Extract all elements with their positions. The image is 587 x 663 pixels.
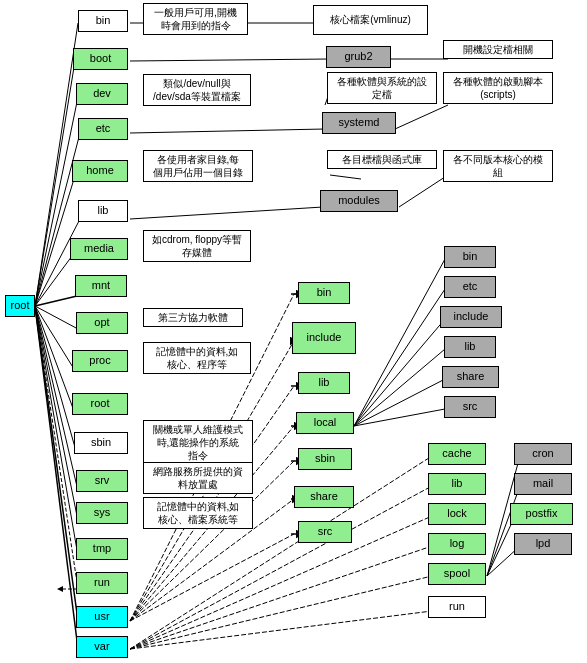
svg-line-39 bbox=[354, 349, 445, 426]
svg-line-8 bbox=[35, 306, 78, 329]
opt-node: opt bbox=[76, 312, 128, 334]
dev-node: dev bbox=[76, 83, 128, 105]
sbin-node: sbin bbox=[74, 432, 128, 454]
cron-node: cron bbox=[514, 443, 572, 465]
svg-line-10 bbox=[35, 306, 74, 411]
svg-line-37 bbox=[354, 289, 445, 426]
run-node: run bbox=[76, 572, 128, 594]
lpd-node: lpd bbox=[514, 533, 572, 555]
svg-line-35 bbox=[130, 534, 294, 621]
usr-share-node: share bbox=[294, 486, 354, 508]
local-src-node: src bbox=[444, 396, 496, 418]
var-log-node: log bbox=[428, 533, 486, 555]
var-node: var bbox=[76, 636, 128, 658]
svg-line-4 bbox=[35, 179, 74, 306]
svg-line-23 bbox=[130, 207, 323, 219]
svg-line-11 bbox=[35, 306, 76, 451]
svg-line-44 bbox=[130, 516, 432, 649]
svg-line-38 bbox=[354, 319, 445, 426]
systemd-right-desc-label: 各種軟體的啟動腳本(scripts) bbox=[443, 72, 553, 104]
proc-desc-label: 記憶體中的資料,如核心、程序等 bbox=[143, 342, 251, 374]
local-etc-node: etc bbox=[444, 276, 496, 298]
mail-node: mail bbox=[514, 473, 572, 495]
lib-node: lib bbox=[78, 200, 128, 222]
svg-line-5 bbox=[35, 219, 80, 306]
svg-line-9 bbox=[35, 306, 74, 369]
svg-line-36 bbox=[354, 259, 445, 426]
root-node: root bbox=[5, 295, 35, 317]
etc-node: etc bbox=[78, 118, 128, 140]
boot-node: boot bbox=[73, 48, 128, 70]
grub2-desc-label: 開機設定檔相關 bbox=[443, 40, 553, 59]
sbin-desc-label: 關機或單人維護模式時,還能操作的系統指令 bbox=[143, 420, 253, 465]
local-share-node: share bbox=[442, 366, 499, 388]
sys-node: sys bbox=[76, 502, 128, 524]
svg-line-3 bbox=[35, 133, 80, 306]
usr-include-node: include bbox=[292, 322, 356, 354]
svg-line-1 bbox=[35, 61, 75, 306]
local-bin-node: bin bbox=[444, 246, 496, 268]
usr-local-node: local bbox=[296, 412, 354, 434]
grub2-node: grub2 bbox=[326, 46, 391, 68]
bin-node: bin bbox=[78, 10, 128, 32]
srv-desc-label: 網路服務所提供的資料放置處 bbox=[143, 462, 253, 494]
media-desc-label: 如cdrom, floppy等暫存媒體 bbox=[143, 230, 251, 262]
modules-node: modules bbox=[320, 190, 398, 212]
home-node: home bbox=[72, 160, 128, 182]
var-cache-node: cache bbox=[428, 443, 486, 465]
bin-desc-label: 一般用戶可用,開機時會用到的指令 bbox=[143, 3, 248, 35]
svg-line-45 bbox=[130, 546, 432, 649]
local-include-node: include bbox=[440, 306, 502, 328]
lib-left-desc-label: 各目標檔與函式庫 bbox=[327, 150, 437, 169]
svg-line-46 bbox=[130, 576, 432, 649]
svg-line-22 bbox=[395, 105, 448, 129]
home-desc-label: 各使用者家目錄,每個用戶佔用一個目錄 bbox=[143, 150, 253, 182]
svg-line-6 bbox=[35, 256, 72, 306]
local-lib-node: lib bbox=[444, 336, 496, 358]
root-dir-node: root bbox=[72, 393, 128, 415]
var-spool-node: spool bbox=[428, 563, 486, 585]
systemd-node: systemd bbox=[322, 112, 396, 134]
lib-right-desc-label: 各不同版本核心的模組 bbox=[443, 150, 553, 182]
diagram-container: root bin boot dev etc home lib media mnt… bbox=[0, 0, 587, 663]
usr-bin-node: bin bbox=[298, 282, 350, 304]
sys-desc-label: 記憶體中的資料,如核心、檔案系統等 bbox=[143, 497, 253, 529]
svg-line-24 bbox=[330, 175, 361, 179]
svg-line-25 bbox=[399, 175, 448, 207]
dev-desc-label: 類似/dev/null與/dev/sda等裝置檔案 bbox=[143, 74, 251, 106]
svg-line-47 bbox=[130, 611, 432, 649]
systemd-left-desc-label: 各種軟體與系統的設定檔 bbox=[327, 72, 437, 104]
svg-line-7 bbox=[35, 296, 77, 306]
media-node: media bbox=[70, 238, 128, 260]
var-run-node: run bbox=[428, 596, 486, 618]
usr-lib-node: lib bbox=[298, 372, 350, 394]
vmlinuz-node: 核心檔案(vmlinuz) bbox=[313, 5, 428, 35]
tmp-node: tmp bbox=[76, 538, 128, 560]
srv-node: srv bbox=[76, 470, 128, 492]
svg-line-20 bbox=[130, 129, 325, 133]
proc-node: proc bbox=[72, 350, 128, 372]
usr-node: usr bbox=[76, 606, 128, 628]
svg-line-50 bbox=[487, 516, 515, 576]
usr-src-node: src bbox=[298, 521, 352, 543]
svg-line-49 bbox=[487, 486, 520, 576]
var-lib-node: lib bbox=[428, 473, 486, 495]
svg-line-15 bbox=[35, 306, 78, 589]
postfix-node: postfix bbox=[510, 503, 573, 525]
svg-line-14 bbox=[35, 306, 78, 556]
mnt-node: mnt bbox=[75, 275, 127, 297]
svg-line-2 bbox=[35, 97, 78, 306]
svg-line-40 bbox=[354, 379, 445, 426]
opt-desc-label: 第三方協力軟體 bbox=[143, 308, 243, 327]
svg-line-41 bbox=[354, 409, 445, 426]
usr-sbin-node: sbin bbox=[298, 448, 352, 470]
var-lock-node: lock bbox=[428, 503, 486, 525]
svg-line-18 bbox=[130, 59, 330, 61]
